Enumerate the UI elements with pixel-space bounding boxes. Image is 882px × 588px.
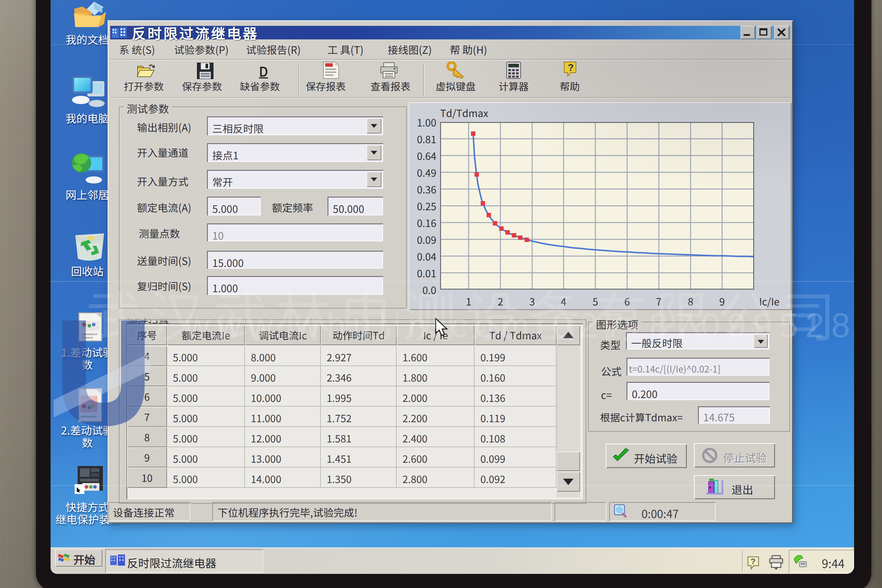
svg-text:?: ? <box>568 62 574 73</box>
svg-text:?: ? <box>751 557 756 566</box>
